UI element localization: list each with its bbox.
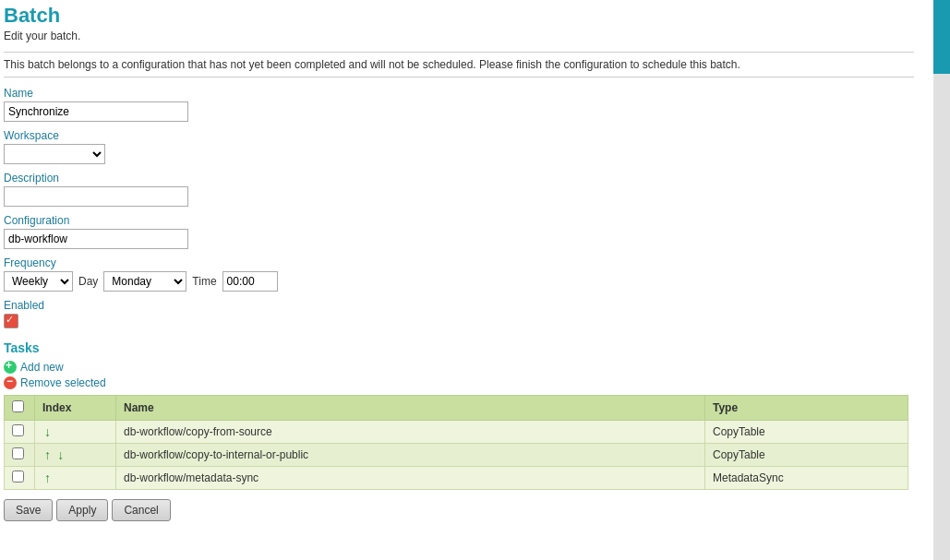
row-index-cell: ↑ [35, 467, 116, 490]
workspace-section: Workspace [4, 129, 914, 164]
frequency-select[interactable]: Weekly Daily Monthly [4, 271, 73, 292]
tasks-title: Tasks [4, 340, 914, 355]
warning-banner: This batch belongs to a configuration th… [4, 52, 914, 77]
row-name-text: db-workflow/metadata-sync [124, 471, 259, 484]
row-type-cell: CopyTable [705, 444, 908, 467]
remove-selected-link[interactable]: Remove selected [4, 376, 914, 389]
arrow-up-button[interactable]: ↑ [42, 471, 53, 485]
configuration-section: Configuration [4, 214, 914, 249]
select-all-checkbox[interactable] [12, 400, 24, 412]
row-type-cell: CopyTable [705, 421, 908, 444]
row-name-cell: db-workflow/metadata-sync [116, 467, 705, 490]
arrow-down-button[interactable]: ↓ [55, 447, 66, 462]
time-label: Time [192, 275, 216, 288]
header-name: Name [116, 396, 705, 421]
header-index: Index [35, 396, 116, 421]
table-row: ↑ ↓ db-workflow/copy-to-internal-or-publ… [5, 444, 908, 467]
name-label: Name [4, 87, 914, 100]
description-section: Description [4, 172, 914, 207]
enabled-section: Enabled [4, 299, 914, 331]
enabled-label: Enabled [4, 299, 914, 312]
page-subtitle: Edit your batch. [4, 30, 914, 42]
workspace-select[interactable] [4, 144, 105, 164]
row-name-text: db-workflow/copy-to-internal-or-public [124, 448, 308, 461]
frequency-row: Weekly Daily Monthly Day Monday Tuesday … [4, 271, 914, 292]
row-checkbox[interactable] [12, 447, 24, 459]
remove-icon [4, 376, 17, 389]
description-input[interactable] [4, 186, 188, 207]
apply-button[interactable]: Apply [56, 499, 108, 521]
page-title: Batch [4, 4, 914, 28]
name-section: Name [4, 87, 914, 122]
arrow-down-button[interactable]: ↓ [42, 424, 53, 439]
row-index-cell: ↓ [35, 421, 116, 444]
row-checkbox-cell [5, 421, 35, 444]
row-type-cell: MetadataSync [705, 467, 908, 490]
cancel-button[interactable]: Cancel [112, 499, 170, 521]
day-select[interactable]: Monday Tuesday Wednesday Thursday Friday… [103, 271, 186, 292]
row-checkbox-cell [5, 444, 35, 467]
row-type-text: CopyTable [713, 425, 765, 438]
configuration-input[interactable] [4, 229, 188, 249]
time-input[interactable] [222, 271, 278, 292]
row-type-text: MetadataSync [713, 471, 784, 484]
add-new-link[interactable]: Add new [4, 361, 914, 374]
frequency-section: Frequency Weekly Daily Monthly Day Monda… [4, 256, 914, 292]
day-label: Day [78, 275, 98, 288]
table-header-row: Index Name Type [5, 396, 908, 421]
save-button[interactable]: Save [4, 499, 53, 521]
arrow-up-button[interactable]: ↑ [42, 447, 53, 462]
row-name-cell: db-workflow/copy-to-internal-or-public [116, 444, 705, 467]
row-index-cell: ↑ ↓ [35, 444, 116, 467]
row-name-text: db-workflow/copy-from-source [124, 425, 272, 438]
table-row: ↓ db-workflow/copy-from-source CopyTable [5, 421, 908, 444]
row-checkbox[interactable] [12, 471, 24, 483]
frequency-label: Frequency [4, 256, 914, 269]
add-new-label: Add new [20, 361, 64, 374]
configuration-label: Configuration [4, 214, 914, 227]
name-input[interactable] [4, 101, 188, 122]
enabled-checkbox[interactable] [4, 314, 18, 328]
workspace-label: Workspace [4, 129, 914, 142]
warning-text: This batch belongs to a configuration th… [4, 58, 740, 71]
row-checkbox[interactable] [12, 424, 24, 436]
row-name-cell: db-workflow/copy-from-source [116, 421, 705, 444]
add-icon [4, 361, 17, 374]
row-checkbox-cell [5, 467, 35, 490]
description-label: Description [4, 172, 914, 185]
header-type: Type [705, 396, 908, 421]
row-type-text: CopyTable [713, 448, 765, 461]
remove-selected-label: Remove selected [20, 376, 106, 389]
tasks-table: Index Name Type [4, 395, 908, 490]
table-row: ↑ db-workflow/metadata-sync MetadataSync [5, 467, 908, 490]
task-actions: Add new Remove selected [4, 361, 914, 389]
header-checkbox [5, 396, 35, 421]
footer-buttons: Save Apply Cancel [4, 499, 914, 521]
tasks-section: Tasks Add new Remove selected [4, 340, 914, 490]
